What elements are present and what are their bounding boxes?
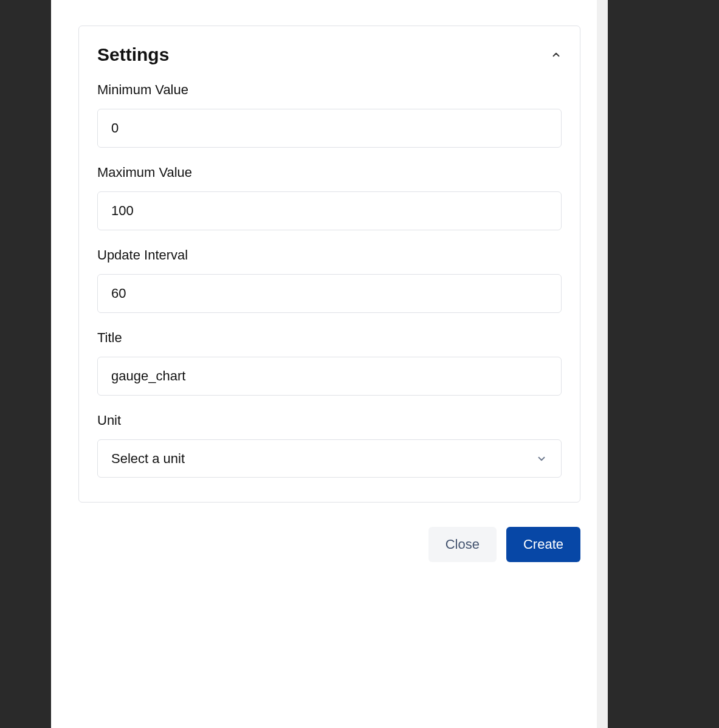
- title-label: Title: [97, 330, 562, 346]
- minimum-value-input[interactable]: [97, 109, 562, 148]
- modal-container: Settings Minimum Value Maximum Value Upd…: [51, 0, 608, 728]
- modal-backdrop: Settings Minimum Value Maximum Value Upd…: [0, 0, 719, 728]
- settings-panel: Settings Minimum Value Maximum Value Upd…: [78, 26, 580, 503]
- scrollbar-track[interactable]: [597, 0, 608, 728]
- chevron-up-icon: [551, 49, 562, 60]
- unit-select-wrapper: Select a unit: [97, 439, 562, 478]
- minimum-value-group: Minimum Value: [97, 82, 562, 148]
- title-input[interactable]: [97, 357, 562, 396]
- update-interval-input[interactable]: [97, 274, 562, 313]
- unit-label: Unit: [97, 413, 562, 428]
- modal-footer: Close Create: [78, 527, 580, 586]
- close-button[interactable]: Close: [428, 527, 497, 562]
- unit-group: Unit Select a unit: [97, 413, 562, 478]
- settings-header[interactable]: Settings: [97, 44, 562, 65]
- title-group: Title: [97, 330, 562, 396]
- minimum-value-label: Minimum Value: [97, 82, 562, 98]
- maximum-value-label: Maximum Value: [97, 165, 562, 180]
- unit-select[interactable]: Select a unit: [97, 439, 562, 478]
- maximum-value-group: Maximum Value: [97, 165, 562, 230]
- maximum-value-input[interactable]: [97, 191, 562, 230]
- update-interval-group: Update Interval: [97, 247, 562, 313]
- settings-title: Settings: [97, 44, 169, 65]
- create-button[interactable]: Create: [506, 527, 580, 562]
- update-interval-label: Update Interval: [97, 247, 562, 263]
